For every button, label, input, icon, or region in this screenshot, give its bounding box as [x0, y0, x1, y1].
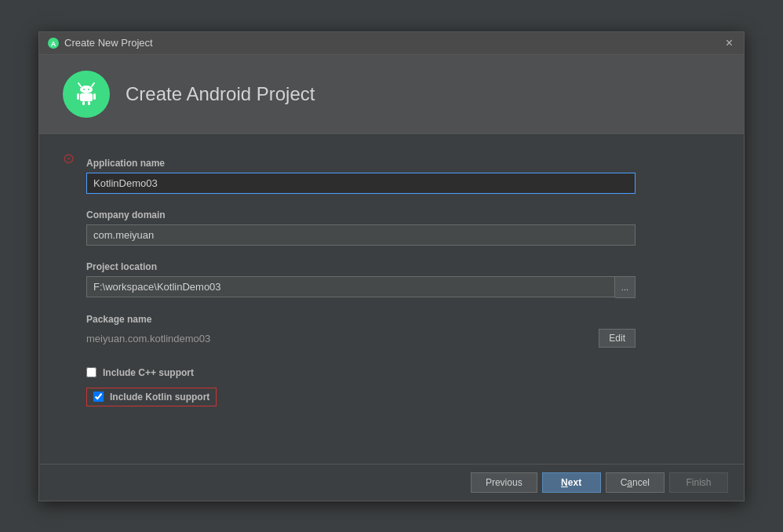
android-logo: [63, 71, 110, 118]
cancel-label: Cancel: [621, 477, 650, 488]
package-name-label: Package name: [86, 314, 697, 325]
kotlin-support-checkbox[interactable]: [93, 392, 104, 402]
create-new-project-dialog: A Create New Project ×: [38, 31, 745, 501]
app-name-input[interactable]: [86, 173, 636, 194]
edit-package-button[interactable]: Edit: [599, 329, 636, 348]
svg-point-6: [83, 89, 85, 90]
kotlin-support-label: Include Kotlin support: [110, 392, 209, 403]
svg-rect-11: [82, 101, 85, 105]
company-domain-input[interactable]: [86, 224, 636, 246]
package-name-group: Package name meiyuan.com.kotlindemo03 Ed…: [86, 314, 697, 348]
kotlin-support-row: Include Kotlin support: [86, 388, 217, 406]
app-name-group: Application name: [86, 158, 697, 194]
package-name-value: meiyuan.com.kotlindemo03: [86, 329, 599, 348]
company-domain-group: Company domain: [86, 210, 697, 246]
dialog-header-title: Create Android Project: [126, 83, 315, 105]
next-button[interactable]: Next: [542, 472, 601, 493]
svg-text:A: A: [51, 40, 56, 48]
svg-rect-9: [77, 93, 79, 100]
titlebar-left: A Create New Project: [47, 37, 153, 49]
dialog-footer: Previous Next Cancel Finish: [39, 464, 744, 501]
project-location-input[interactable]: [86, 276, 615, 297]
browse-button[interactable]: ...: [615, 276, 636, 298]
svg-rect-12: [88, 101, 90, 105]
cancel-button[interactable]: Cancel: [606, 472, 665, 493]
android-studio-icon: A: [47, 37, 60, 49]
project-location-group: Project location ...: [86, 261, 697, 298]
search-icon: ⊙: [63, 150, 75, 167]
finish-button[interactable]: Finish: [669, 472, 728, 493]
project-location-label: Project location: [86, 261, 697, 272]
svg-rect-8: [80, 93, 93, 101]
svg-point-5: [80, 86, 93, 93]
dialog-header: Create Android Project: [39, 55, 744, 134]
cpp-support-row: Include C++ support: [86, 364, 697, 381]
svg-point-7: [88, 89, 89, 90]
app-name-label: Application name: [86, 158, 697, 169]
next-label: Next: [561, 477, 581, 488]
dialog-body: ⊙ Application name Company domain Projec…: [39, 134, 744, 464]
cpp-support-checkbox[interactable]: [86, 367, 97, 377]
android-logo-svg: [71, 78, 102, 110]
dialog-titlebar: A Create New Project ×: [39, 32, 744, 55]
previous-button[interactable]: Previous: [471, 472, 537, 493]
checkboxes-section: Include C++ support Include Kotlin suppo…: [86, 364, 697, 413]
close-button[interactable]: ×: [723, 37, 736, 49]
company-domain-label: Company domain: [86, 210, 697, 220]
package-name-row: meiyuan.com.kotlindemo03 Edit: [86, 329, 636, 348]
project-location-row: ...: [86, 276, 636, 298]
cpp-support-label: Include C++ support: [103, 367, 194, 378]
svg-rect-10: [93, 93, 96, 100]
dialog-title: Create New Project: [64, 37, 153, 49]
